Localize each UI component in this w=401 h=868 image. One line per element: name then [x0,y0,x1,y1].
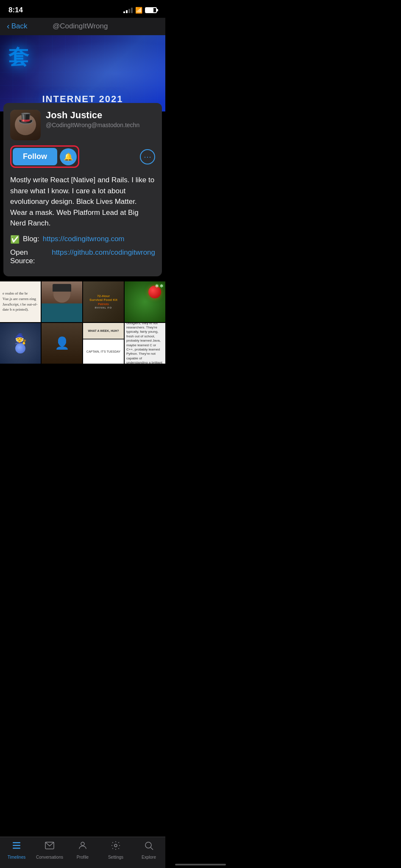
profile-name: Josh Justice [46,110,155,121]
action-row: Follow 🔔 ⋯ [10,145,155,168]
profile-handle: @CodingItWrong@mastodon.techn [46,122,155,128]
media-cell-5[interactable]: 🧙 [0,323,41,364]
media-image-christmas: ✻ ✻ [125,281,165,322]
media-cell-6[interactable]: 👤 [42,323,82,364]
follow-button-highlight: Follow 🔔 [10,145,79,168]
media-cell-3[interactable]: 72-HourSurvival Food Kit Patriots RVIVAL… [83,281,124,322]
blog-link-row: ✅ Blog: https://codingitwrong.com [10,235,155,244]
chevron-left-icon: ‹ [7,21,10,31]
wifi-icon: 📶 [135,7,142,14]
open-source-link-row: Open Source: https://github.com/codingit… [10,248,155,265]
media-image-bookshelf: 👤 [42,323,82,364]
profile-card: Josh Justice @CodingItWrong@mastodon.tec… [3,103,162,276]
media-cell-2[interactable] [42,281,82,322]
open-source-url[interactable]: https://github.com/codingitwrong [52,248,155,257]
main-content: 套 INTERNET 2021 Josh Justice @CodingItWr… [0,35,165,402]
more-options-button[interactable]: ⋯ [140,149,155,164]
signal-bars-icon [123,8,133,13]
media-cell-7[interactable]: WHAT A WEEK, HUH? CAPTAIN, IT'S TUESDAY [83,323,124,364]
blog-label: Blog: [23,235,39,243]
follow-button[interactable]: Follow [13,148,57,165]
profile-banner: 套 INTERNET 2021 [0,35,165,111]
bell-icon: 🔔 [64,152,73,161]
media-cell-4[interactable]: ✻ ✻ [125,281,165,322]
banner-chinese-char: 套 [8,44,29,71]
status-icons: 📶 [123,7,157,14]
blog-url[interactable]: https://codingitwrong.com [43,235,125,243]
back-label: Back [11,22,28,31]
status-time: 8:14 [8,6,23,14]
battery-icon [145,7,157,13]
media-cell-8[interactable]: The key point here is our programmers ar… [125,323,165,364]
notification-bell-button[interactable]: 🔔 [60,148,77,165]
navigation-bar: ‹ Back @CodingItWrong [0,18,165,35]
media-cell-1[interactable]: e realm of the br Vue.js are curren eing… [0,281,41,322]
media-image-tintin-comic: WHAT A WEEK, HUH? CAPTAIN, IT'S TUESDAY [83,323,124,364]
media-image-wizard: 🧙 [0,323,41,364]
open-source-label: Open Source: [10,248,48,265]
media-grid: e realm of the br Vue.js are curren eing… [0,281,165,364]
media-text-snippet-1: e realm of the br Vue.js are curren eing… [0,288,41,314]
media-image-survival-kit: 72-HourSurvival Food Kit Patriots RVIVAL… [83,281,124,322]
nav-title: @CodingItWrong [27,22,133,31]
verified-checkmark-icon: ✅ [10,235,19,244]
media-text-snippet-2: The key point here is our programmers ar… [125,323,165,364]
ellipsis-icon: ⋯ [144,152,151,161]
back-button[interactable]: ‹ Back [7,21,27,31]
status-bar: 8:14 📶 [0,0,165,18]
profile-header: Josh Justice @CodingItWrong@mastodon.tec… [10,110,155,140]
avatar [10,110,41,140]
profile-info: Josh Justice @CodingItWrong@mastodon.tec… [46,110,155,128]
profile-bio: Mostly write React [Native] and Rails. I… [10,175,155,229]
media-image-person [42,281,82,322]
